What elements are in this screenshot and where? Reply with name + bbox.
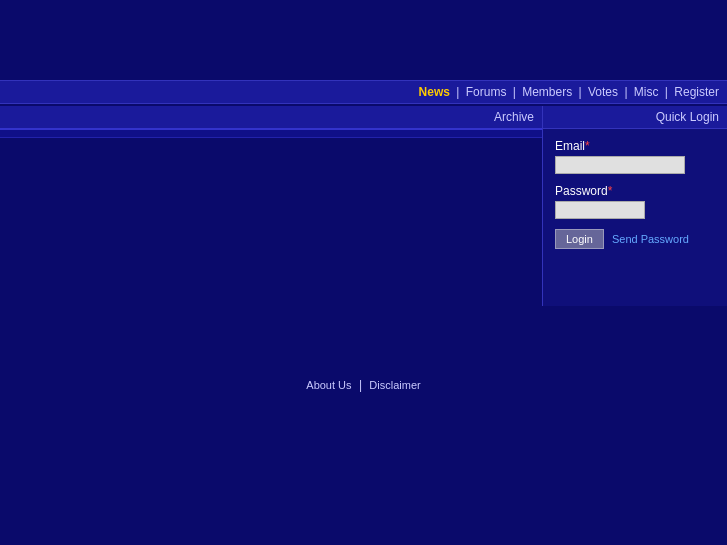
nav-members[interactable]: Members [522, 85, 572, 99]
quick-login-label: Quick Login [656, 110, 719, 124]
archive-label: Archive [494, 110, 534, 124]
email-required: * [585, 139, 590, 153]
nav-misc[interactable]: Misc [634, 85, 659, 99]
footer-disclaimer[interactable]: Disclaimer [369, 379, 420, 391]
password-input[interactable] [555, 201, 645, 219]
left-column: Archive [0, 106, 542, 306]
email-label: Email* [555, 139, 715, 153]
nav-votes[interactable]: Votes [588, 85, 618, 99]
archive-header: Archive [0, 106, 542, 130]
send-password-link[interactable]: Send Password [612, 233, 689, 245]
nav-register[interactable]: Register [674, 85, 719, 99]
footer: About Us | Disclaimer [0, 358, 727, 412]
nav-forums[interactable]: Forums [466, 85, 507, 99]
footer-about[interactable]: About Us [306, 379, 351, 391]
nav-sep-5: | [665, 85, 671, 99]
email-group: Email* [555, 139, 715, 174]
nav-bar: News | Forums | Members | Votes | Misc |… [0, 80, 727, 104]
nav-sep-2: | [513, 85, 519, 99]
login-actions: Login Send Password [555, 229, 715, 249]
password-label: Password* [555, 184, 715, 198]
quick-login-header: Quick Login [543, 106, 727, 129]
nav-sep-1: | [456, 85, 462, 99]
footer-sep: | [359, 378, 365, 392]
password-required: * [608, 184, 613, 198]
quick-login-panel: Quick Login Email* Password* Login Send … [542, 106, 727, 306]
login-button[interactable]: Login [555, 229, 604, 249]
top-banner [0, 0, 727, 80]
nav-sep-4: | [624, 85, 630, 99]
main-content: Archive Quick Login Email* Password* [0, 104, 727, 308]
nav-news[interactable]: News [419, 85, 450, 99]
archive-subbar [0, 130, 542, 138]
quick-login-body: Email* Password* Login Send Password [543, 129, 727, 259]
nav-sep-3: | [579, 85, 585, 99]
email-input[interactable] [555, 156, 685, 174]
password-group: Password* [555, 184, 715, 219]
